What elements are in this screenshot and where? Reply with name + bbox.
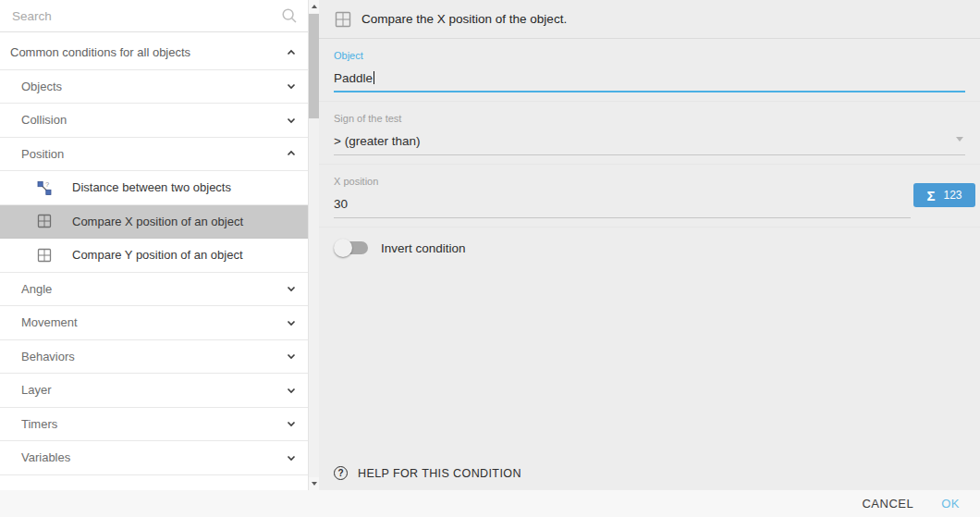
object-field-underline xyxy=(334,91,965,92)
triangle-down-icon xyxy=(312,482,317,486)
chevron-down-icon xyxy=(286,317,297,328)
sidebar-item-label: Collision xyxy=(21,113,67,127)
x-position-field-block: X position 30 Σ 123 xyxy=(319,165,980,228)
chevron-down-icon xyxy=(286,115,297,126)
chevron-up-icon xyxy=(286,47,297,58)
sidebar-item-behaviors[interactable]: Behaviors xyxy=(0,340,308,375)
sidebar-item-common-conditions[interactable]: Common conditions for all objects xyxy=(0,36,308,70)
sidebar-item-angle[interactable]: Angle xyxy=(0,273,308,307)
condition-editor-dialog: Common conditions for all objects Object… xyxy=(0,0,980,517)
x-position-field-label: X position xyxy=(334,176,965,187)
svg-text:?: ? xyxy=(45,180,49,189)
sidebar-item-position[interactable]: Position xyxy=(0,138,308,172)
dialog-footer: CANCEL OK xyxy=(0,490,980,517)
chevron-down-icon xyxy=(286,418,297,429)
x-position-field-underline xyxy=(334,217,911,218)
invert-condition-toggle[interactable] xyxy=(334,239,369,257)
search-input[interactable] xyxy=(10,8,281,24)
help-question-icon: ? xyxy=(334,466,348,480)
help-label: HELP FOR THIS CONDITION xyxy=(358,467,521,480)
object-field-input[interactable]: Paddle xyxy=(334,71,965,86)
triangle-up-icon xyxy=(312,5,317,8)
object-field-value: Paddle xyxy=(334,71,373,85)
compare-grid-icon xyxy=(37,214,52,228)
condition-settings-panel: Compare the X position of the object. Ob… xyxy=(319,0,980,490)
condition-list-sidebar: Common conditions for all objects Object… xyxy=(0,0,308,490)
chevron-down-icon xyxy=(286,80,297,92)
sidebar-item-label: Movement xyxy=(21,315,78,329)
condition-header: Compare the X position of the object. xyxy=(319,0,980,39)
sign-field-underline xyxy=(334,154,965,155)
chevron-down-icon xyxy=(286,452,297,463)
sidebar-item-distance-between-two-objects[interactable]: ? Distance between two objects xyxy=(0,171,308,205)
sidebar-item-label: Compare Y position of an object xyxy=(72,248,243,262)
sidebar-item-timers[interactable]: Timers xyxy=(0,408,308,442)
distance-icon: ? xyxy=(37,180,52,195)
scroll-up-button[interactable] xyxy=(309,0,319,13)
sidebar-item-movement[interactable]: Movement xyxy=(0,306,308,340)
search-icon xyxy=(281,7,298,24)
chevron-up-icon xyxy=(286,148,297,159)
sign-field-label: Sign of the test xyxy=(334,113,965,124)
sidebar-item-label: Variables xyxy=(21,450,70,464)
sidebar-item-label: Position xyxy=(21,147,64,161)
help-for-condition-button[interactable]: ? HELP FOR THIS CONDITION xyxy=(334,464,525,482)
chevron-down-icon xyxy=(286,283,297,294)
sidebar-item-partial xyxy=(0,475,308,490)
sidebar-item-compare-x-position[interactable]: Compare X position of an object xyxy=(0,205,308,240)
sidebar-item-objects[interactable]: Objects xyxy=(0,70,308,105)
dialog-main: Common conditions for all objects Object… xyxy=(0,0,980,490)
expression-button-label: 123 xyxy=(943,190,962,201)
scrollbar-thumb[interactable] xyxy=(309,14,319,118)
object-field-label: Object xyxy=(334,50,965,61)
compare-grid-icon xyxy=(335,11,351,28)
ok-button[interactable]: OK xyxy=(932,494,969,513)
sign-select[interactable]: > (greater than) xyxy=(334,134,965,149)
toggle-knob xyxy=(334,239,352,257)
x-position-input[interactable]: 30 xyxy=(334,197,965,212)
sidebar-item-collision[interactable]: Collision xyxy=(0,104,308,138)
text-caret xyxy=(374,71,374,84)
sidebar-item-label: Compare X position of an object xyxy=(72,215,243,228)
search-row xyxy=(0,0,308,32)
sidebar-item-compare-y-position[interactable]: Compare Y position of an object xyxy=(0,239,308,273)
condition-tree: Common conditions for all objects Object… xyxy=(0,36,308,490)
sidebar-scrollbar[interactable] xyxy=(308,0,319,490)
condition-title: Compare the X position of the object. xyxy=(361,12,567,26)
sidebar-item-layer[interactable]: Layer xyxy=(0,374,308,408)
sidebar-item-label: Common conditions for all objects xyxy=(10,45,190,59)
sidebar-item-label: Distance between two objects xyxy=(72,180,231,194)
sigma-icon: Σ xyxy=(926,189,935,203)
sidebar-item-label: Behaviors xyxy=(21,350,75,363)
invert-condition-label: Invert condition xyxy=(381,241,466,255)
chevron-down-icon xyxy=(286,385,297,396)
compare-grid-icon xyxy=(37,248,52,263)
sidebar-item-label: Angle xyxy=(21,282,52,296)
sign-field-block: Sign of the test > (greater than) xyxy=(319,102,980,165)
invert-condition-row: Invert condition xyxy=(334,239,965,257)
chevron-down-icon xyxy=(286,351,297,362)
expression-editor-button[interactable]: Σ 123 xyxy=(913,183,975,207)
cancel-button[interactable]: CANCEL xyxy=(852,494,923,513)
dropdown-caret-icon[interactable] xyxy=(956,137,963,142)
sidebar-item-label: Layer xyxy=(21,383,52,397)
sidebar-item-label: Objects xyxy=(21,80,62,93)
sidebar-item-variables[interactable]: Variables xyxy=(0,441,308,475)
sidebar-item-label: Timers xyxy=(21,417,57,431)
object-field-block: Object Paddle xyxy=(319,39,980,102)
scroll-down-button[interactable] xyxy=(309,477,319,490)
